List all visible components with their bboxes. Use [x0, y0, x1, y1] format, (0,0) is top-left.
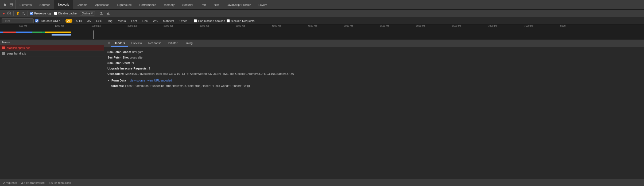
timeline-tick: 4000 ms [272, 25, 281, 27]
preserve-log-group[interactable]: Preserve log [30, 12, 51, 15]
header-row-sec-fetch-site: Sec-Fetch-Site: cross-site [107, 55, 641, 60]
timeline-tick: 1000 ms [55, 25, 64, 27]
form-data-section-header[interactable]: ▼ Form Data view source view URL encoded [107, 78, 641, 83]
record-button[interactable]: ● [2, 11, 6, 15]
request-name-1: stacksnippets.net [7, 46, 30, 49]
filter-bar: Hide data URLs | All XHR JS CSS Img Medi… [0, 17, 644, 25]
timeline-tick: 1500 ms [91, 25, 101, 27]
tab-bar-icons [1, 0, 16, 9]
timeline-tick: 4500 ms [308, 25, 317, 27]
request-row-1[interactable]: stacksnippets.net [0, 45, 104, 51]
filter-other-button[interactable]: Other [178, 19, 189, 23]
filter-separator-2: | [191, 19, 192, 22]
svg-marker-8 [91, 13, 93, 14]
timeline-tick: 3000 ms [200, 25, 209, 27]
blocked-cookies-group[interactable]: Has blocked cookies [194, 19, 225, 22]
tab-nim[interactable]: NiM [210, 0, 223, 9]
timeline-tick: 2000 ms [127, 25, 137, 27]
separator-1 [13, 11, 14, 16]
tab-console[interactable]: Console [73, 0, 91, 9]
filter-input[interactable] [2, 18, 34, 23]
form-data-content-key: contents: [111, 84, 124, 88]
search-icon[interactable] [21, 11, 25, 15]
form-data-label: Form Data [111, 79, 126, 82]
header-value-sec-fetch-user: ?1 [131, 61, 134, 65]
timeline-tick: 2500 ms [164, 25, 173, 27]
timeline-bar-4 [45, 32, 71, 33]
header-key-sec-fetch-mode: Sec-Fetch-Mode: [107, 50, 131, 54]
header-value-upgrade: 1 [149, 66, 150, 71]
filter-manifest-button[interactable]: Manifest [161, 19, 176, 23]
tab-js-profiler[interactable]: JavaScript Profiler [223, 0, 255, 9]
cursor-icon[interactable] [3, 3, 7, 7]
filter-all-button[interactable]: All [65, 19, 72, 23]
tab-timing[interactable]: Timing [181, 40, 196, 47]
header-value-sec-fetch-mode: navigate [132, 50, 143, 54]
blocked-cookies-checkbox[interactable] [194, 19, 197, 22]
filter-ws-button[interactable]: WS [151, 19, 160, 23]
tab-application[interactable]: Application [91, 0, 114, 9]
filter-font-button[interactable]: Font [129, 19, 139, 23]
tab-bar: Elements Sources Network Console Applica… [0, 0, 644, 10]
filter-doc-button[interactable]: Doc [141, 19, 150, 23]
filter-xhr-button[interactable]: XHR [74, 19, 84, 23]
tab-response[interactable]: Response [145, 40, 165, 47]
timeline-bar-5 [52, 34, 71, 36]
disable-cache-checkbox[interactable] [54, 12, 57, 15]
tab-elements[interactable]: Elements [16, 0, 36, 9]
blocked-requests-label: Blocked Requests [231, 19, 255, 22]
timeline-tick: 3500 ms [236, 25, 245, 27]
timeline-bars [0, 30, 644, 40]
blocked-requests-checkbox[interactable] [227, 19, 230, 22]
blocked-cookies-label: Has blocked cookies [198, 19, 225, 22]
header-key-upgrade: Upgrade-Insecure-Requests: [107, 66, 148, 71]
tab-sources[interactable]: Sources [36, 0, 54, 9]
upload-button[interactable] [99, 11, 103, 15]
hide-data-urls-label: Hide data URLs [40, 19, 60, 22]
view-url-encoded-link[interactable]: view URL encoded [147, 79, 172, 82]
hide-data-urls-group[interactable]: Hide data URLs [35, 19, 60, 22]
tab-memory[interactable]: Memory [160, 0, 179, 9]
preserve-log-checkbox[interactable] [30, 12, 33, 15]
filter-media-button[interactable]: Media [116, 19, 128, 23]
filter-img-button[interactable]: Img [106, 19, 114, 23]
timeline-tick: 6000 ms [416, 25, 425, 27]
main-content: Name stacksnippets.net page.bundle.js ✕ … [0, 40, 644, 179]
toolbar: ● Preserve log Disable cache Online [0, 10, 644, 17]
download-button[interactable] [106, 11, 110, 15]
close-panel-button[interactable]: ✕ [107, 41, 111, 45]
tab-preview[interactable]: Preview [128, 40, 145, 47]
tab-network[interactable]: Network [54, 0, 73, 9]
view-source-link[interactable]: view source [130, 79, 145, 82]
disable-cache-label: Disable cache [58, 12, 77, 15]
tab-headers[interactable]: Headers [111, 40, 128, 47]
hide-data-urls-checkbox[interactable] [35, 19, 38, 22]
left-panel: Name stacksnippets.net page.bundle.js [0, 40, 104, 179]
tab-security[interactable]: Security [179, 0, 197, 9]
filter-css-button[interactable]: CSS [94, 19, 104, 23]
separator-2 [28, 11, 28, 16]
name-column-header: Name [2, 41, 10, 44]
tab-layers[interactable]: Layers [255, 0, 271, 9]
timeline-cursor [93, 30, 94, 40]
timeline-tick: 5500 ms [380, 25, 389, 27]
tab-initiator[interactable]: Initiator [165, 40, 181, 47]
tab-perf[interactable]: Perf [197, 0, 210, 9]
layout-icon[interactable] [9, 3, 13, 7]
online-label: Online [82, 12, 90, 15]
timeline-tick: 5000 ms [344, 25, 353, 27]
filter-icon[interactable] [16, 11, 20, 15]
svg-rect-0 [10, 3, 13, 6]
timeline: 500 ms1000 ms1500 ms2000 ms2500 ms3000 m… [0, 25, 644, 40]
tab-performance[interactable]: Performance [136, 0, 160, 9]
online-dropdown[interactable]: Online [80, 11, 95, 15]
stop-button[interactable] [7, 11, 11, 15]
tab-lighthouse[interactable]: Lighthouse [114, 0, 136, 9]
blocked-requests-group[interactable]: Blocked Requests [227, 19, 255, 22]
headers-content: Sec-Fetch-Mode: navigate Sec-Fetch-Site:… [104, 47, 644, 179]
filter-js-button[interactable]: JS [86, 19, 93, 23]
disable-cache-group[interactable]: Disable cache [54, 12, 77, 15]
timeline-tick: 500 ms [19, 25, 27, 27]
request-row-2[interactable]: page.bundle.js [0, 51, 104, 56]
filter-separator-1: | [63, 19, 63, 22]
